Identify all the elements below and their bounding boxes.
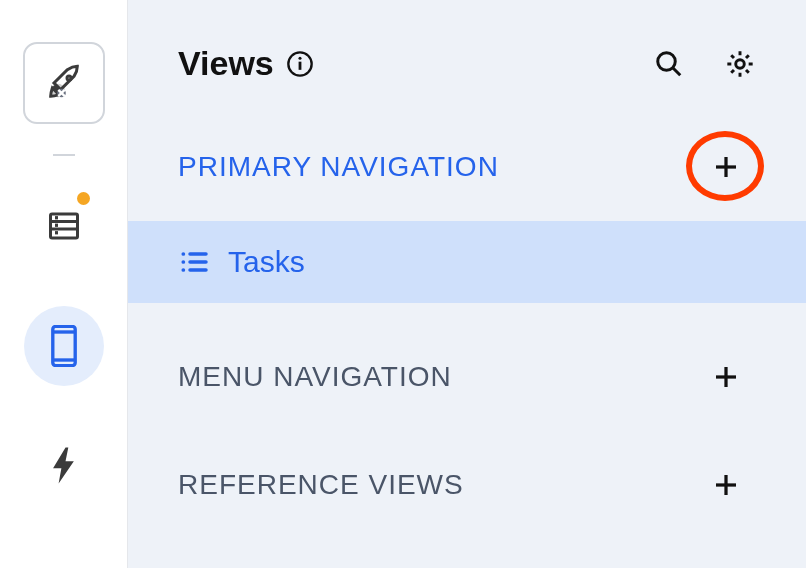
gear-icon[interactable] xyxy=(724,48,756,80)
plus-icon xyxy=(711,470,741,500)
panel-title: Views xyxy=(178,44,314,83)
section-primary-navigation: PRIMARY NAVIGATION xyxy=(128,113,806,221)
add-primary-view-button[interactable] xyxy=(696,137,756,197)
data-icon xyxy=(46,208,82,244)
section-label: MENU NAVIGATION xyxy=(178,361,452,393)
svg-point-0 xyxy=(67,76,71,80)
svg-point-22 xyxy=(181,268,185,272)
section-menu-navigation: MENU NAVIGATION xyxy=(128,323,806,431)
info-icon[interactable] xyxy=(286,50,314,78)
rail-views-button[interactable] xyxy=(24,306,104,386)
svg-line-16 xyxy=(673,68,680,75)
left-rail xyxy=(0,0,128,568)
bolt-icon xyxy=(51,446,77,486)
svg-point-17 xyxy=(736,59,745,68)
add-menu-view-button[interactable] xyxy=(696,347,756,407)
rail-data-button[interactable] xyxy=(24,186,104,266)
rail-automation-button[interactable] xyxy=(24,426,104,506)
rocket-icon xyxy=(44,63,84,103)
views-panel: Views xyxy=(128,0,806,568)
section-label: PRIMARY NAVIGATION xyxy=(178,151,499,183)
plus-icon xyxy=(711,362,741,392)
svg-rect-3 xyxy=(50,214,77,238)
svg-point-15 xyxy=(658,52,676,70)
notification-dot xyxy=(77,192,90,205)
panel-title-text: Views xyxy=(178,44,274,83)
section-reference-views: REFERENCE VIEWS xyxy=(128,431,806,539)
rail-divider xyxy=(53,154,75,156)
svg-point-21 xyxy=(181,260,185,264)
view-item-label: Tasks xyxy=(228,245,305,279)
search-icon[interactable] xyxy=(654,49,684,79)
view-item-tasks[interactable]: Tasks xyxy=(128,221,806,303)
add-reference-view-button[interactable] xyxy=(696,455,756,515)
list-icon xyxy=(178,246,210,278)
svg-point-20 xyxy=(181,252,185,256)
header-actions xyxy=(654,48,756,80)
svg-point-14 xyxy=(298,56,301,59)
plus-icon xyxy=(711,152,741,182)
panel-header: Views xyxy=(128,0,806,113)
rocket-button[interactable] xyxy=(23,42,105,124)
section-label: REFERENCE VIEWS xyxy=(178,469,464,501)
phone-icon xyxy=(49,325,79,367)
